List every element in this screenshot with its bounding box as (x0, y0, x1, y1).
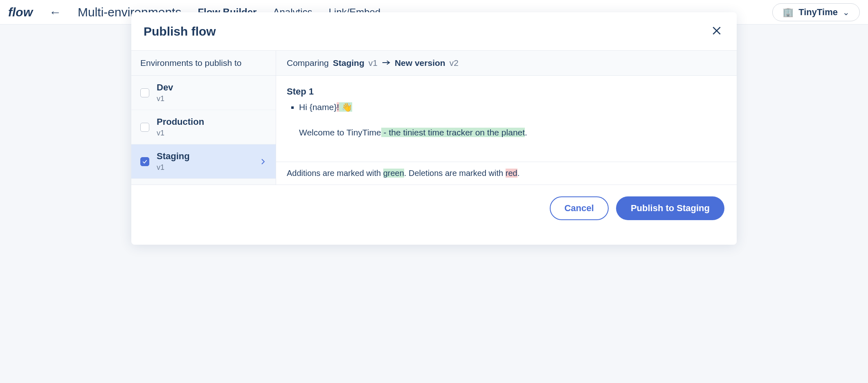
env-name: Production (157, 117, 204, 127)
diff-text: Welcome to TinyTime (299, 128, 381, 137)
environments-sidebar: Environments to publish to Dev v1 Produc… (131, 51, 276, 185)
modal-header: Publish flow (131, 12, 737, 50)
compare-from-version: v1 (369, 58, 378, 68)
legend-green: green (383, 169, 404, 178)
diff-body: Step 1 Hi {name}! 👋 Welcome to TinyTime … (276, 76, 737, 162)
env-checkbox-production[interactable] (140, 123, 149, 132)
publish-modal: Publish flow Environments to publish to … (131, 12, 737, 245)
modal-overlay: Publish flow Environments to publish to … (0, 0, 868, 383)
chevron-right-icon (259, 158, 267, 165)
diff-added: - the tiniest time tracker on the planet (381, 128, 525, 137)
env-version: v1 (157, 163, 190, 172)
close-button[interactable] (709, 23, 724, 40)
legend-text: . (517, 169, 520, 178)
env-item-staging[interactable]: Staging v1 (131, 144, 276, 179)
publish-button[interactable]: Publish to Staging (616, 196, 724, 220)
modal-body: Environments to publish to Dev v1 Produc… (131, 50, 737, 185)
legend-red: red (506, 169, 517, 178)
cancel-button[interactable]: Cancel (550, 196, 609, 220)
environment-list: Dev v1 Production v1 (131, 76, 276, 179)
compare-to-label: New version (395, 58, 445, 68)
env-name: Staging (157, 151, 190, 162)
compare-panel: Comparing Staging v1 New version v2 Step… (276, 51, 737, 185)
modal-footer: Cancel Publish to Staging (131, 185, 737, 245)
env-item-production[interactable]: Production v1 (131, 110, 276, 144)
compare-header: Comparing Staging v1 New version v2 (276, 51, 737, 76)
compare-prefix: Comparing (287, 58, 329, 68)
diff-line: Hi {name}! 👋 Welcome to TinyTime - the t… (299, 100, 726, 139)
diff-text: . (525, 128, 527, 137)
modal-title: Publish flow (144, 25, 216, 38)
legend-text: Additions are marked with (287, 169, 383, 178)
compare-from-env: Staging (333, 58, 364, 68)
diff-legend: Additions are marked with green. Deletio… (276, 162, 737, 185)
env-checkbox-staging[interactable] (140, 157, 149, 166)
diff-list: Hi {name}! 👋 Welcome to TinyTime - the t… (287, 100, 726, 139)
diff-added: 👋 (339, 102, 352, 112)
compare-to-version: v2 (450, 58, 459, 68)
arrow-right-icon (382, 58, 391, 68)
env-version: v1 (157, 95, 173, 103)
close-icon (711, 25, 722, 36)
env-item-dev[interactable]: Dev v1 (131, 76, 276, 110)
check-icon (142, 159, 148, 164)
env-name: Dev (157, 82, 173, 93)
env-version: v1 (157, 129, 204, 137)
diff-text: Hi {name} (299, 102, 337, 112)
sidebar-header: Environments to publish to (131, 51, 276, 76)
env-checkbox-dev[interactable] (140, 88, 149, 97)
diff-step-title: Step 1 (287, 86, 726, 97)
legend-text: . Deletions are marked with (404, 169, 506, 178)
